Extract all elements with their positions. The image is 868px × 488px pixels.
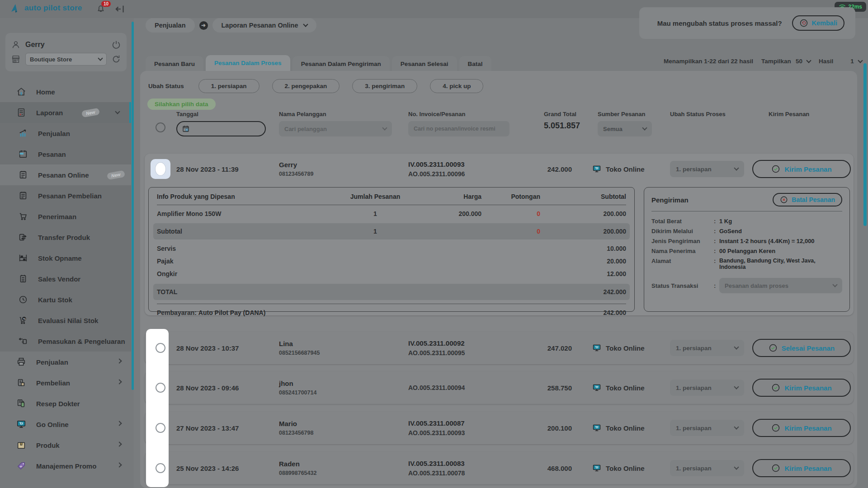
sidebar-scrollbar[interactable] (132, 22, 134, 390)
sidebar-item-home[interactable]: Home (0, 81, 131, 102)
date-filter-input[interactable] (176, 121, 266, 136)
order-status-select[interactable]: 1. persiapan (670, 420, 744, 436)
source-filter-select[interactable]: Semua (598, 121, 652, 136)
sidebar-item-penerimaan[interactable]: Penerimaan (0, 206, 131, 227)
sidebar-item-pesanan-online[interactable]: Pesanan Online New (0, 164, 131, 185)
order-checkbox[interactable] (156, 423, 165, 433)
sidebar-item-penjualan[interactable]: Penjualan (0, 352, 131, 372)
tab-batal[interactable]: Batal (459, 56, 491, 72)
sidebar-item-manajemen-promo[interactable]: % Manajemen Promo (0, 455, 131, 476)
order-status-select[interactable]: 1. persiapan (670, 460, 744, 476)
sidebar-item-go-online[interactable]: Go Online (0, 414, 131, 435)
prescription-icon (16, 399, 26, 408)
online-store-icon (592, 343, 601, 352)
invoice-number: IV.005.2311.00087 (408, 419, 544, 427)
sidebar-item-laporan[interactable]: Laporan New (0, 102, 131, 123)
kembali-button[interactable]: Kembali (792, 15, 844, 31)
order-status-select[interactable]: 1. persiapan (670, 161, 744, 177)
grand-total-label: Grand Total (544, 111, 572, 117)
order-card[interactable]: 27 Nov 2023 - 13:47 Mario 08123456798 IV… (145, 412, 854, 444)
products-header-qty: Jumlah Pesanan (337, 193, 414, 200)
order-card[interactable]: 25 Nov 2023 - 14:26 Raden 088998765432 I… (145, 452, 854, 484)
chip-persiapan[interactable]: 1. persiapan (198, 79, 259, 93)
sidebar-item-pesanan[interactable]: Pesanan (0, 144, 131, 164)
power-icon[interactable] (111, 40, 121, 50)
sidebar-item-pembelian[interactable]: Pembelian (0, 372, 131, 393)
sumber-pesanan-label: Sumber Pesanan (592, 111, 670, 117)
shipping-weight: Total Berat: 1 Kg (651, 216, 842, 226)
brand-logo[interactable]: auto pilot store (10, 3, 82, 14)
chevron-right-icon (117, 379, 122, 384)
page-select[interactable]: Hasil 1 (819, 58, 862, 65)
selesai-pesanan-button[interactable]: Selesai Pesanan (752, 339, 851, 357)
kirim-pesanan-button[interactable]: Kirim Pesanan (752, 459, 851, 477)
customer-name: jhon (279, 380, 408, 387)
sidebar-item-evaluasi-nilai-stok[interactable]: Rp Evaluasi Nilai Stok (0, 310, 131, 331)
order-card[interactable]: 28 Nov 2023 - 10:37 Lina 0852156687945 I… (145, 332, 854, 364)
customer-name: Raden (279, 460, 408, 468)
paper-plane-icon (10, 3, 21, 14)
sidebar-item-pesanan-pembelian[interactable]: Pesanan Pembelian (0, 185, 131, 206)
order-source: Toko Online (606, 165, 645, 173)
sidebar-item-transfer-produk[interactable]: Transfer Produk (0, 227, 131, 248)
tab-pesanan-selesai[interactable]: Pesanan Selesai (392, 56, 457, 72)
chip-pengepakan[interactable]: 2. pengepakan (272, 79, 340, 93)
stock-value-icon: Rp (18, 315, 28, 325)
products-header-discount: Potongan (481, 193, 540, 200)
notification-count-badge: 10 (101, 1, 111, 7)
sidebar-item-kartu-stok[interactable]: Kartu Stok (0, 289, 131, 310)
store-selector[interactable]: Boutique Store (25, 53, 107, 66)
online-store-icon (592, 164, 601, 174)
chevron-down-icon (734, 384, 739, 389)
order-card[interactable]: 28 Nov 2023 - 09:46 jhon 085241700714 AO… (145, 371, 854, 404)
order-checkbox[interactable] (156, 383, 165, 393)
breadcrumb-penjualan[interactable]: Penjualan (146, 18, 195, 33)
kirim-pesanan-button[interactable]: Kirim Pesanan (752, 379, 851, 397)
check-circle-icon (771, 164, 780, 174)
kirim-pesanan-button[interactable]: Kirim Pesanan (752, 160, 851, 178)
check-circle-icon (771, 383, 780, 392)
order-checkbox[interactable] (156, 343, 165, 353)
sidebar-item-sales-vendor[interactable]: Sales Vendor (0, 268, 131, 289)
order-status-select[interactable]: 1. persiapan (670, 340, 744, 356)
customer-name: Gerry (279, 161, 408, 169)
payment-row: Pembayaran: Auto Pilot Pay (DANA) 242.00… (157, 304, 626, 321)
collapse-sidebar-button[interactable] (115, 4, 126, 14)
check-circle-icon (771, 464, 780, 473)
breadcrumb-laporan-pesanan-online[interactable]: Laporan Pesanan Online (212, 18, 316, 33)
order-number: AO.005.2311.00095 (408, 349, 544, 357)
clock-icon (18, 295, 28, 305)
chevron-down-icon (642, 125, 647, 130)
select-all-radio[interactable] (156, 122, 165, 132)
results-summary: Menampilkan 1-22 dari 22 hasil (664, 58, 753, 65)
order-status-select[interactable]: 1. persiapan (670, 380, 744, 396)
order-checkbox-selected[interactable] (151, 159, 170, 179)
chevron-right-icon (117, 358, 122, 363)
sidebar-item-pemasukan-pengeluaran[interactable]: Pemasukan & Pengeluaran (0, 331, 131, 352)
transaction-status-select[interactable]: Pesanan dalam proses (719, 278, 842, 293)
notifications-button[interactable]: 10 (96, 4, 106, 14)
kirim-pesanan-button[interactable]: Kirim Pesanan (752, 419, 851, 437)
page-size-select[interactable]: Tampilkan 50 (761, 58, 811, 65)
tanggal-label: Tanggal (176, 111, 271, 117)
online-store-icon (592, 423, 601, 432)
sidebar-item-stok-opname[interactable]: Stok Opname (0, 248, 131, 268)
customer-filter-select[interactable]: Cari pelanggan (279, 121, 392, 136)
tab-pesanan-dalam-proses[interactable]: Pesanan Dalam Proses (206, 55, 290, 72)
tab-pesanan-dalam-pengiriman[interactable]: Pesanan Dalam Pengiriman (292, 56, 390, 72)
chip-pengiriman[interactable]: 3. pengiriman (352, 79, 417, 93)
sidebar-item-penjualan-laporan[interactable]: Penjualan (0, 123, 131, 144)
refresh-icon[interactable] (111, 54, 121, 64)
shipping-panel: Pengiriman Batal Pesanan Total Berat: 1 … (644, 187, 850, 312)
order-row[interactable]: 28 Nov 2023 - 11:39 Gerry 08123456789 IV… (145, 154, 854, 184)
order-checkbox[interactable] (156, 463, 165, 473)
sidebar-item-produk[interactable]: Produk (0, 435, 131, 455)
page-scrollbar[interactable] (863, 63, 867, 226)
batal-pesanan-button[interactable]: Batal Pesanan (773, 193, 842, 206)
fee-row-servis: Servis 10.000 (157, 242, 626, 255)
sidebar-item-resep-dokter[interactable]: Resep Dokter (0, 393, 131, 414)
tab-pesanan-baru[interactable]: Pesanan Baru (146, 56, 203, 72)
chip-pick-up[interactable]: 4. pick up (430, 79, 483, 93)
payment-method: Auto Pilot Pay (DANA) (198, 309, 266, 316)
invoice-filter-input[interactable] (414, 126, 504, 132)
